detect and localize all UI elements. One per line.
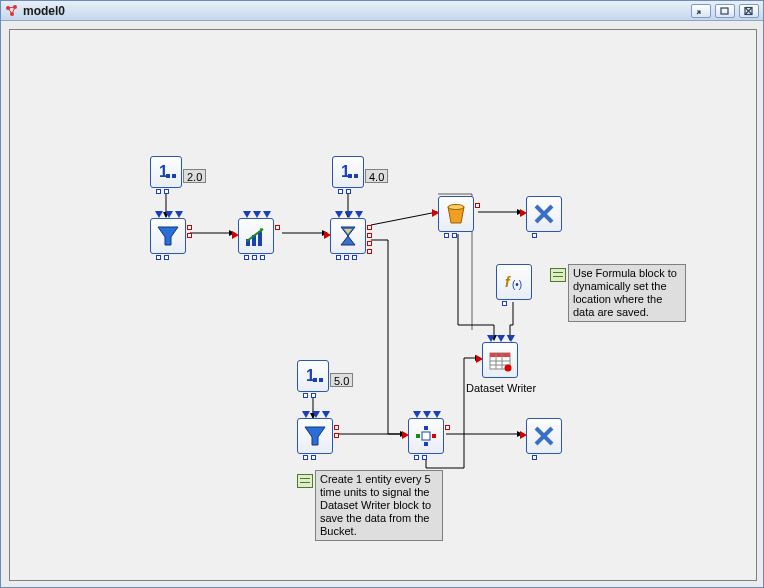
diagram-canvas[interactable]: 1 2.0 1 4.0 — [9, 29, 757, 581]
sink-block-2[interactable] — [526, 418, 562, 454]
delay-block[interactable] — [330, 218, 366, 254]
svg-text:f: f — [505, 274, 511, 290]
svg-point-15 — [448, 205, 464, 210]
svg-text:(•): (•) — [512, 279, 522, 290]
svg-rect-7 — [172, 174, 176, 178]
window-title: model0 — [23, 4, 65, 18]
svg-point-24 — [505, 365, 512, 372]
svg-rect-26 — [313, 378, 317, 382]
bucket-block[interactable] — [438, 196, 474, 232]
constant-2-value: 4.0 — [365, 169, 388, 183]
formula-note: Use Formula block to dynamically set the… — [568, 264, 686, 322]
svg-rect-13 — [348, 174, 352, 178]
generator-note: Create 1 entity every 5 time units to si… — [315, 470, 443, 541]
model-editor-window: model0 — [0, 0, 764, 588]
titlebar[interactable]: model0 — [1, 1, 763, 21]
svg-rect-3 — [721, 8, 728, 14]
svg-rect-27 — [319, 378, 323, 382]
close-button[interactable] — [739, 4, 759, 18]
app-icon — [5, 4, 19, 18]
constant-block-1[interactable]: 1 — [150, 156, 182, 188]
svg-rect-28 — [422, 432, 430, 440]
formula-block[interactable]: f(•) — [496, 264, 532, 300]
svg-rect-31 — [424, 426, 428, 430]
sink-block-1[interactable] — [526, 196, 562, 232]
constant-block-3[interactable]: 1 — [297, 360, 329, 392]
svg-rect-6 — [166, 174, 170, 178]
constant-block-2[interactable]: 1 — [332, 156, 364, 188]
dataset-writer-block[interactable] — [482, 342, 518, 378]
svg-rect-14 — [354, 174, 358, 178]
router-block[interactable] — [408, 418, 444, 454]
entity-generator-block-1[interactable] — [150, 218, 186, 254]
note-icon — [297, 474, 313, 488]
svg-rect-29 — [416, 434, 420, 438]
svg-rect-30 — [432, 434, 436, 438]
minimize-internal-button[interactable] — [691, 4, 711, 18]
note-icon — [550, 268, 566, 282]
dataset-writer-label: Dataset Writer — [466, 382, 536, 394]
entity-generator-block-2[interactable] — [297, 418, 333, 454]
svg-rect-19 — [490, 353, 510, 357]
constant-3-value: 5.0 — [330, 373, 353, 387]
data-source-block[interactable] — [238, 218, 274, 254]
maximize-button[interactable] — [715, 4, 735, 18]
constant-1-value: 2.0 — [183, 169, 206, 183]
svg-rect-32 — [424, 442, 428, 446]
